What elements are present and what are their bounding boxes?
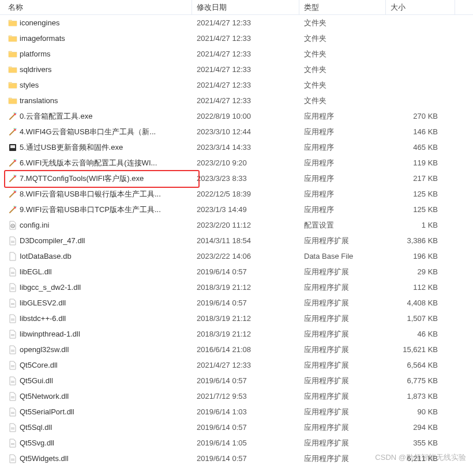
file-name: platforms	[20, 50, 50, 58]
svg-rect-24	[11, 272, 14, 273]
cell-type: 应用程序扩展	[299, 236, 386, 246]
cell-type: 应用程序	[299, 111, 386, 122]
table-row[interactable]: libGLESV2.dll2019/6/14 0:57应用程序扩展4,408 K…	[0, 295, 473, 311]
table-row[interactable]: styles2021/4/27 12:33文件夹	[0, 77, 473, 93]
table-row[interactable]: Qt5Sql.dll2019/6/14 0:57应用程序扩展294 KB	[0, 420, 473, 435]
table-row[interactable]: 5.通过USB更新音频和固件.exe2023/3/14 14:33应用程序465…	[0, 139, 473, 155]
svg-rect-29	[11, 304, 14, 305]
cell-type: 应用程序	[299, 173, 386, 184]
table-row[interactable]: 0.云音箱配置工具.exe2022/8/19 10:00应用程序270 KB	[0, 108, 473, 124]
table-row[interactable]: libwinpthread-1.dll2018/3/19 21:12应用程序扩展…	[0, 326, 473, 342]
cell-date: 2021/4/27 12:33	[192, 81, 299, 89]
table-row[interactable]: libEGL.dll2019/6/14 0:57应用程序扩展29 KB	[0, 264, 473, 279]
table-row[interactable]: Qt5Gui.dll2019/6/14 0:57应用程序扩展6,775 KB	[0, 373, 473, 388]
file-name: sqldrivers	[20, 65, 52, 74]
file-name: Qt5Svg.dll	[20, 439, 54, 447]
cell-date: 2023/2/20 11:12	[192, 221, 299, 229]
file-name: 6.WIFI无线版本云音响配置工具(连接WI...	[20, 158, 157, 168]
table-row[interactable]: libgcc_s_dw2-1.dll2018/3/19 21:12应用程序扩展1…	[0, 279, 473, 295]
table-row[interactable]: Qt5SerialPort.dll2019/6/14 1:03应用程序扩展90 …	[0, 404, 473, 420]
cell-type: 应用程序扩展	[299, 329, 386, 339]
dll-file-icon	[8, 454, 17, 463]
cell-date: 2021/4/27 12:33	[192, 50, 299, 58]
table-row[interactable]: 6.WIFI无线版本云音响配置工具(连接WI...2023/2/10 9:20应…	[0, 155, 473, 171]
cell-date: 2018/3/19 21:12	[192, 330, 299, 338]
file-name: config.ini	[20, 221, 49, 229]
svg-rect-28	[11, 303, 14, 304]
file-name: libwinpthread-1.dll	[20, 330, 80, 338]
svg-rect-39	[11, 382, 14, 383]
svg-rect-43	[11, 413, 14, 414]
table-row[interactable]: Qt5Network.dll2021/7/12 9:53应用程序扩展1,873 …	[0, 388, 473, 404]
file-name: 7.MQTTConfigTools(WIFI客户版).exe	[20, 173, 144, 184]
svg-rect-23	[11, 242, 14, 243]
dll-file-icon	[8, 345, 17, 354]
cell-type: 文件夹	[299, 18, 386, 28]
dll-file-icon	[8, 361, 17, 370]
table-row[interactable]: config.ini2023/2/20 11:12配置设置1 KB	[0, 217, 473, 233]
column-header-size[interactable]: 大小	[386, 0, 455, 15]
table-row[interactable]: Qt5Svg.dll2019/6/14 1:05应用程序扩展355 KB	[0, 435, 473, 451]
dll-file-icon	[8, 423, 17, 432]
column-header-date[interactable]: 修改日期	[192, 0, 299, 15]
cell-name: Qt5Svg.dll	[0, 439, 192, 448]
cell-type: 应用程序扩展	[299, 376, 386, 386]
column-header-type[interactable]: 类型	[299, 0, 386, 15]
cell-date: 2019/6/14 0:57	[192, 423, 299, 432]
application-icon	[8, 190, 17, 199]
table-row[interactable]: IotDataBase.db2023/2/22 14:06Data Base F…	[0, 248, 473, 264]
file-name: opengl32sw.dll	[20, 345, 69, 354]
svg-point-5	[14, 128, 15, 129]
cell-type: 应用程序扩展	[299, 438, 386, 448]
cell-date: 2023/1/3 14:49	[192, 205, 299, 214]
cell-name: 4.WIFI4G云音箱USB串口生产工具（新...	[0, 127, 192, 137]
cell-type: 应用程序扩展	[299, 422, 386, 433]
svg-point-18	[16, 206, 17, 207]
table-row[interactable]: opengl32sw.dll2016/6/14 21:08应用程序扩展15,62…	[0, 342, 473, 357]
folder-icon	[8, 50, 17, 59]
svg-rect-40	[11, 396, 14, 397]
file-name: Qt5Widgets.dll	[20, 454, 69, 463]
svg-rect-47	[11, 444, 14, 445]
table-row[interactable]: 4.WIFI4G云音箱USB串口生产工具（新...2023/3/10 12:44…	[0, 124, 473, 139]
cell-type: 文件夹	[299, 49, 386, 59]
table-row[interactable]: libstdc++-6.dll2018/3/19 21:12应用程序扩展1,50…	[0, 311, 473, 326]
table-row[interactable]: 7.MQTTConfigTools(WIFI客户版).exe2023/3/23 …	[0, 171, 473, 186]
table-row[interactable]: D3Dcompiler_47.dll2014/3/11 18:54应用程序扩展3…	[0, 233, 473, 248]
svg-rect-41	[11, 398, 14, 398]
folder-icon	[8, 34, 17, 43]
cell-type: 应用程序扩展	[299, 360, 386, 371]
settings-file-icon	[8, 221, 17, 230]
svg-rect-22	[11, 241, 14, 241]
table-row[interactable]: platforms2021/4/27 12:33文件夹	[0, 46, 473, 62]
table-row[interactable]: iconengines2021/4/27 12:33文件夹	[0, 15, 473, 31]
file-name: translations	[20, 96, 58, 105]
svg-rect-33	[11, 335, 14, 336]
dll-file-icon	[8, 439, 17, 448]
svg-point-1	[16, 112, 17, 114]
table-row[interactable]: translations2021/4/27 12:33文件夹	[0, 93, 473, 108]
cell-name: iconengines	[0, 18, 192, 28]
table-row[interactable]: Qt5Core.dll2021/4/27 12:33应用程序扩展6,564 KB	[0, 357, 473, 373]
watermark-text: CSDN @励领智能无线实验	[375, 452, 466, 463]
svg-rect-37	[11, 367, 14, 367]
file-name: 4.WIFI4G云音箱USB串口生产工具（新...	[20, 127, 156, 137]
table-row[interactable]: imageformats2021/4/27 12:33文件夹	[0, 31, 473, 46]
dll-file-icon	[8, 407, 17, 417]
table-row[interactable]: 9.WIFI云音箱USB串口TCP版本生产工具...2023/1/3 14:49…	[0, 202, 473, 217]
cell-name: 7.MQTTConfigTools(WIFI客户版).exe	[0, 173, 192, 184]
file-name: imageformats	[20, 34, 65, 43]
cell-type: Data Base File	[299, 252, 386, 260]
cell-date: 2018/3/19 21:12	[192, 314, 299, 323]
svg-rect-26	[11, 288, 14, 288]
cell-date: 2022/12/5 18:39	[192, 190, 299, 198]
file-name: Qt5SerialPort.dll	[20, 407, 74, 416]
cell-type: 应用程序扩展	[299, 407, 386, 417]
table-row[interactable]: sqldrivers2021/4/27 12:33文件夹	[0, 62, 473, 77]
table-row[interactable]: 8.WIFI云音箱USB串口银行版本生产工具...2022/12/5 18:39…	[0, 186, 473, 202]
column-header-name[interactable]: 名称	[0, 0, 192, 15]
file-name: libgcc_s_dw2-1.dll	[20, 283, 81, 292]
file-name: styles	[20, 81, 39, 89]
file-list: iconengines2021/4/27 12:33文件夹imageformat…	[0, 15, 473, 466]
cell-size: 1,507 KB	[386, 314, 455, 323]
